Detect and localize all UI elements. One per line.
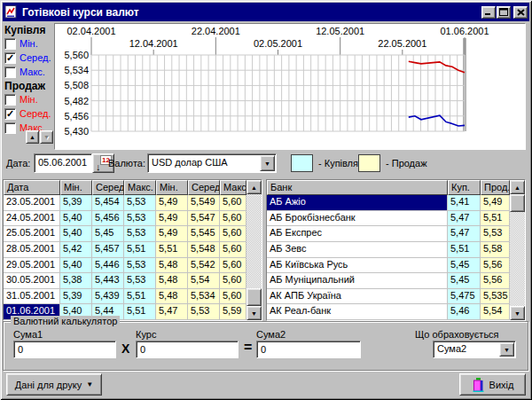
table-cell: 5,53 [188,304,220,320]
table-row[interactable]: АБ Київська Русь5,455,56 [267,258,510,274]
target-label: Що обраховується [415,329,499,340]
scrollbar-thumb[interactable] [510,194,525,212]
print-data-button[interactable]: Дані для друку ▼ [6,373,102,396]
column-header[interactable]: Серед. [188,180,220,195]
svg-text:22.04.2001: 22.04.2001 [192,26,240,36]
table-row[interactable]: 30.05.20015,385,4435,535,485,545,60 [4,273,246,289]
column-header[interactable]: Макс. [124,180,156,195]
table-cell: 5,48 [156,273,188,289]
table-cell: 5,56 [481,273,510,289]
table-cell: 5,60 [220,289,246,305]
scrollbar-track[interactable] [510,194,525,306]
chart-canvas: 02.04.200112.04.200122.04.200102.05.2001… [55,24,524,148]
checkbox-buy-max[interactable]: Макс. [4,66,54,78]
scroll-down-button[interactable]: ▼ [246,306,262,320]
table-row[interactable]: АК АПБ Україна5,4755,535 [267,289,510,305]
checkbox-icon[interactable] [4,122,16,134]
table-cell: 23.05.2001 [4,195,60,211]
dropdown-button[interactable]: ▼ [260,155,275,171]
spin-down-button[interactable]: ▼ [40,130,53,144]
maximize-button[interactable] [497,6,511,19]
table-cell: 5,51 [124,242,156,258]
target-select[interactable]: Сума2 ▼ [433,341,516,358]
table-cell: 5,60 [220,195,246,211]
app-icon [4,5,19,20]
table-cell: 5,60 [220,211,246,227]
table-row[interactable]: 31.05.20015,395,4395,515,485,5345,60 [4,289,246,305]
banks-table[interactable]: Банк Куп. Прод. АБ Ажіо5,415,49АБ Брокбі… [266,179,526,321]
table-cell: 5,56 [481,258,510,274]
scroll-up-button[interactable]: ▲ [246,180,262,194]
table-row[interactable]: 24.05.20015,405,4565,535,495,5475,60 [4,211,246,227]
checkbox-icon[interactable]: ✓ [4,52,16,64]
checkbox-buy-min[interactable]: Мін. [4,37,54,50]
spin-up-button[interactable]: ▲ [26,130,39,144]
table-cell: 5,53 [124,226,156,242]
table-cell: 5,47 [156,304,188,320]
column-header[interactable]: Куп. [448,180,481,195]
column-header[interactable]: Макс. [220,180,246,195]
vertical-scrollbar[interactable]: ▲ ▼ [246,180,262,320]
table-row[interactable]: АБ Зевс5,515,58 [267,242,510,258]
table-cell: 5,51 [448,242,481,258]
checkbox-icon[interactable]: ✓ [4,108,16,120]
exit-label: Вихід [489,380,514,390]
rate-input[interactable] [136,341,239,358]
sum2-input[interactable] [256,341,361,358]
checkbox-icon[interactable] [4,38,16,50]
exit-button[interactable]: Вихід [459,373,526,396]
column-header[interactable]: Дата [4,180,60,195]
table-cell: 5,53 [124,211,156,227]
table-row[interactable]: 23.05.20015,395,4545,535,495,5495,60 [4,195,246,211]
table-cell: 5,49 [156,195,188,211]
table-cell: 5,454 [92,195,124,211]
scrollbar-track[interactable] [246,194,262,306]
banks-table-header: Банк Куп. Прод. [267,180,510,195]
checkbox-sell-min[interactable]: Мін. [4,93,54,106]
checkbox-sell-avg[interactable]: ✓ Серед. [4,107,54,120]
close-button[interactable] [513,6,528,19]
checkbox-buy-avg[interactable]: ✓ Серед. [4,51,54,64]
table-cell: 28.05.2001 [4,242,60,258]
dropdown-button[interactable]: ▼ [499,342,514,357]
date-input[interactable]: 05.06.2001 [34,153,92,173]
scroll-down-button[interactable]: ▼ [510,306,525,320]
table-row[interactable]: 25.05.20015,405,455,535,495,5455,60 [4,226,246,242]
table-row[interactable]: АБ Брокбізнесбанк5,475,51 [267,211,510,227]
checkbox-icon[interactable] [4,67,16,78]
table-cell: 5,475 [448,289,481,305]
column-header[interactable]: Прод. [481,180,510,195]
rates-chart: 02.04.200112.04.200122.04.200102.05.2001… [54,23,526,150]
table-row[interactable]: АК Реал-банк5,465,54 [267,304,510,320]
column-header[interactable]: Мін. [156,180,188,195]
table-cell: 5,40 [60,211,92,227]
column-header[interactable]: Банк [267,180,448,195]
rates-table-header: Дата Мін. Серед. Макс. Мін. Серед. Макс. [4,180,246,195]
table-row[interactable]: 29.05.20015,405,4465,535,485,5425,60 [4,258,246,274]
title-bar[interactable]: Готівкові курси валют [3,3,529,21]
table-cell: 5,542 [188,258,220,274]
checkbox-icon[interactable] [4,94,16,106]
minimize-button[interactable] [481,6,496,19]
table-row[interactable]: 28.05.20015,425,4575,515,515,5485,60 [4,242,246,258]
table-cell: 5,53 [124,195,156,211]
column-header[interactable]: Мін. [60,180,92,195]
sell-group-title: Продаж [4,80,54,91]
svg-text:02.05.2001: 02.05.2001 [254,38,302,49]
scrollbar-thumb[interactable] [246,288,262,306]
down-arrow-icon: ▼ [43,134,50,140]
table-row[interactable]: АБ Муніципальний5,455,56 [267,273,510,289]
scroll-up-button[interactable]: ▲ [510,180,525,194]
table-row[interactable]: АБ Експрес5,475,53 [267,226,510,242]
rates-table[interactable]: Дата Мін. Серед. Макс. Мін. Серед. Макс.… [3,179,262,321]
vertical-scrollbar[interactable]: ▲ ▼ [510,180,525,320]
column-header[interactable]: Серед. [92,180,124,195]
table-row[interactable]: АБ Ажіо5,415,49 [267,195,510,211]
up-arrow-icon: ▲ [29,134,35,140]
table-cell: 5,439 [92,289,124,305]
svg-text:12.04.2001: 12.04.2001 [129,38,178,49]
svg-text:5,482: 5,482 [64,96,89,106]
currency-select[interactable]: USD долар США ▼ [147,153,277,173]
sum1-input[interactable] [13,341,116,358]
table-cell: 5,38 [60,273,92,289]
